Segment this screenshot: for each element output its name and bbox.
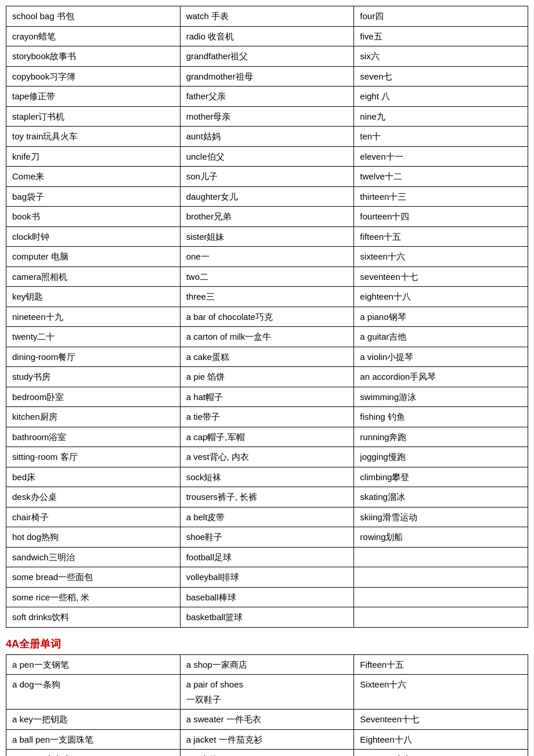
table1-cell-col2: three三 [180, 287, 354, 307]
table1-cell-col1: crayon蜡笔 [6, 26, 181, 46]
table1-cell-col2: brother兄弟 [180, 207, 354, 227]
table2-cell-col3: Sixteen十六 [354, 675, 528, 710]
table1-cell-col2: sock短袜 [180, 467, 354, 487]
table1-cell-col3: eighteen十八 [354, 287, 528, 307]
table1-cell-col1: bathroom浴室 [6, 427, 181, 447]
table1-cell-col1: sitting-room 客厅 [6, 447, 181, 467]
vocabulary-table-1: school bag 书包watch 手表four四crayon蜡笔radio … [6, 6, 528, 628]
table1-cell-col2: shoe鞋子 [180, 527, 354, 548]
table2-cell-col2: a sweater 一件毛衣 [180, 710, 354, 730]
table1-cell-col2: watch 手表 [180, 6, 354, 27]
table1-cell-col2: football足球 [180, 547, 354, 567]
table1-cell-col1: stapler订书机 [6, 106, 181, 127]
table1-cell-col3: a violin小提琴 [354, 347, 528, 367]
table2-cell-col2: big 大的 [180, 750, 354, 757]
table1-cell-col3: six六 [354, 46, 528, 67]
table1-cell-col3: skiing滑雪运动 [354, 507, 528, 527]
table1-cell-col2: trousers裤子, 长裤 [180, 487, 354, 507]
table1-cell-col1: twenty二十 [6, 327, 181, 347]
table1-cell-col1: nineteen十九 [6, 307, 181, 327]
table1-cell-col3: a guitar吉他 [354, 327, 528, 347]
table2-cell-col1: a ball pen一支圆珠笔 [6, 729, 181, 750]
table1-cell-col3: climbing攀登 [354, 467, 528, 487]
table1-cell-col3: five五 [354, 26, 528, 46]
table1-cell-col2: radio 收音机 [180, 26, 354, 46]
table1-cell-col1: bedroom卧室 [6, 387, 181, 407]
table1-cell-col3 [354, 567, 528, 588]
table2-cell-col2: a pair of shoes 一双鞋子 [180, 675, 354, 710]
table2-cell-col1: a dog一条狗 [6, 675, 181, 710]
table1-cell-col1: chair椅子 [6, 507, 181, 527]
table1-cell-col3: four四 [354, 6, 528, 27]
table2-cell-col2: a jacket 一件茄克衫 [180, 729, 354, 750]
table1-cell-col1: hot dog热狗 [6, 527, 181, 548]
table1-cell-col3: rowing划船 [354, 527, 528, 548]
table1-cell-col3: twelve十二 [354, 167, 528, 187]
table1-cell-col2: grandfather祖父 [180, 46, 354, 67]
table1-cell-col1: school bag 书包 [6, 6, 181, 27]
table2-cell-col1: a tiger一支老虎 [6, 750, 181, 757]
table1-cell-col1: book书 [6, 207, 181, 227]
table1-cell-col3: nine九 [354, 106, 528, 127]
table1-cell-col1: copybook习字簿 [6, 66, 181, 87]
table1-cell-col1: kitchen厨房 [6, 407, 181, 427]
table1-cell-col1: toy train玩具火车 [6, 127, 181, 147]
table1-cell-col1: bed床 [6, 467, 181, 487]
table1-cell-col3: thirteen十三 [354, 186, 528, 207]
table1-cell-col1: camera照相机 [6, 267, 181, 287]
table1-cell-col2: uncle伯父 [180, 146, 354, 167]
table1-cell-col2: a vest背心, 内衣 [180, 447, 354, 467]
table2-cell-col3: Fifteen十五 [354, 654, 528, 675]
table1-cell-col3: running奔跑 [354, 427, 528, 447]
table1-cell-col2: a belt皮带 [180, 507, 354, 527]
table1-cell-col2: grandmother祖母 [180, 66, 354, 87]
table1-cell-col3: eleven十一 [354, 146, 528, 167]
table2-cell-col3: Eighteen十八 [354, 729, 528, 750]
table1-cell-col1: sandwich三明治 [6, 547, 181, 567]
table1-cell-col2: daughter女儿 [180, 186, 354, 207]
section2-title: 4A全册单词 [6, 637, 528, 651]
table1-cell-col3 [354, 547, 528, 567]
table1-cell-col3 [354, 607, 528, 628]
table1-cell-col3: jogging慢跑 [354, 447, 528, 467]
table1-cell-col1: desk办公桌 [6, 487, 181, 507]
table1-cell-col2: a tie带子 [180, 407, 354, 427]
table1-cell-col1: some rice一些稻, 米 [6, 587, 181, 607]
table1-cell-col1: bag袋子 [6, 186, 181, 207]
table1-cell-col1: study书房 [6, 367, 181, 387]
table1-cell-col1: storybook故事书 [6, 46, 181, 67]
table1-cell-col2: two二 [180, 267, 354, 287]
table1-cell-col1: Come来 [6, 167, 181, 187]
table1-cell-col2: a bar of chocolate巧克 [180, 307, 354, 327]
table2-cell-col3: Nineteen十九 [354, 750, 528, 757]
table1-cell-col1: dining-room餐厅 [6, 347, 181, 367]
table1-cell-col1: knife刀 [6, 146, 181, 167]
table1-cell-col3: fifteen十五 [354, 226, 528, 247]
table1-cell-col1: tape修正带 [6, 87, 181, 107]
vocabulary-table-2: a pen一支钢笔a shop一家商店Fifteen十五a dog一条狗a pa… [6, 654, 528, 757]
table1-cell-col2: volleyball排球 [180, 567, 354, 588]
table1-cell-col2: a pie 馅饼 [180, 367, 354, 387]
table1-cell-col2: a hat帽子 [180, 387, 354, 407]
table1-cell-col1: clock时钟 [6, 226, 181, 247]
table1-cell-col1: key钥匙 [6, 287, 181, 307]
table1-cell-col3: seven七 [354, 66, 528, 87]
table1-cell-col3: an accordion手风琴 [354, 367, 528, 387]
table1-cell-col3: fishing 钓鱼 [354, 407, 528, 427]
table1-cell-col2: a cake蛋糕 [180, 347, 354, 367]
table1-cell-col3: swimming游泳 [354, 387, 528, 407]
table1-cell-col3: eight 八 [354, 87, 528, 107]
table1-cell-col2: one一 [180, 247, 354, 267]
table1-cell-col2: mother母亲 [180, 106, 354, 127]
table1-cell-col2: aunt姑妈 [180, 127, 354, 147]
table2-cell-col1: a pen一支钢笔 [6, 654, 181, 675]
table1-cell-col2: father父亲 [180, 87, 354, 107]
table1-cell-col1: some bread一些面包 [6, 567, 181, 588]
table1-cell-col3: ten十 [354, 127, 528, 147]
table1-cell-col2: a carton of milk一盒牛 [180, 327, 354, 347]
table2-cell-col1: a key一把钥匙 [6, 710, 181, 730]
table2-cell-col2: a shop一家商店 [180, 654, 354, 675]
table1-cell-col2: basketball篮球 [180, 607, 354, 628]
table1-cell-col2: sister姐妹 [180, 226, 354, 247]
table1-cell-col3: sixteen十六 [354, 247, 528, 267]
